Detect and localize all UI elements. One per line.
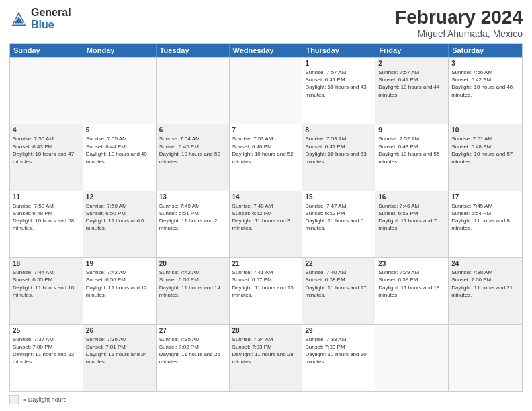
cell-info: Sunrise: 7:53 AMSunset: 6:46 PMDaylight:… (232, 135, 300, 165)
calendar-cell: 22Sunrise: 7:40 AMSunset: 6:58 PMDayligh… (302, 258, 375, 324)
calendar-cell: 4Sunrise: 7:56 AMSunset: 6:43 PMDaylight… (10, 124, 83, 190)
legend: = Daylight hours (9, 395, 523, 404)
cal-header-cell: Saturday (449, 44, 522, 57)
cell-info: Sunrise: 7:37 AMSunset: 7:00 PMDaylight:… (13, 336, 80, 366)
cell-info: Sunrise: 7:35 AMSunset: 7:02 PMDaylight:… (159, 336, 226, 366)
calendar-cell: 5Sunrise: 7:55 AMSunset: 6:44 PMDaylight… (83, 124, 157, 190)
cell-info: Sunrise: 7:44 AMSunset: 6:55 PMDaylight:… (13, 269, 80, 299)
calendar-row: 25Sunrise: 7:37 AMSunset: 7:00 PMDayligh… (10, 324, 522, 391)
cell-info: Sunrise: 7:45 AMSunset: 6:54 PMDaylight:… (451, 202, 519, 232)
header: General Blue February 2024 Miguel Ahumad… (9, 7, 523, 39)
calendar-cell: 13Sunrise: 7:49 AMSunset: 6:51 PMDayligh… (157, 191, 230, 257)
day-number: 23 (378, 260, 445, 267)
cell-info: Sunrise: 7:57 AMSunset: 6:41 PMDaylight:… (305, 68, 372, 99)
calendar-cell: 23Sunrise: 7:39 AMSunset: 6:59 PMDayligh… (375, 258, 449, 324)
day-number: 28 (232, 327, 300, 334)
cell-info: Sunrise: 7:41 AMSunset: 6:57 PMDaylight:… (232, 269, 300, 299)
calendar-cell: 6Sunrise: 7:54 AMSunset: 6:45 PMDaylight… (157, 124, 230, 190)
logo-general: General (31, 7, 71, 19)
day-number: 25 (13, 327, 80, 334)
subtitle: Miguel Ahumada, Mexico (395, 28, 523, 39)
calendar-cell: 3Sunrise: 7:56 AMSunset: 6:42 PMDaylight… (449, 58, 522, 124)
calendar-cell (449, 325, 522, 391)
logo-icon (9, 9, 28, 28)
calendar-cell: 28Sunrise: 7:34 AMSunset: 7:03 PMDayligh… (230, 325, 303, 391)
cell-info: Sunrise: 7:56 AMSunset: 6:42 PMDaylight:… (451, 68, 519, 99)
logo-text: General Blue (31, 7, 71, 30)
cell-info: Sunrise: 7:42 AMSunset: 6:56 PMDaylight:… (159, 269, 226, 299)
day-number: 21 (232, 260, 300, 267)
calendar-cell (83, 58, 157, 124)
calendar-cell: 20Sunrise: 7:42 AMSunset: 6:56 PMDayligh… (157, 258, 230, 324)
cell-info: Sunrise: 7:47 AMSunset: 6:52 PMDaylight:… (305, 202, 372, 232)
day-number: 18 (13, 260, 80, 267)
cell-info: Sunrise: 7:51 AMSunset: 6:48 PMDaylight:… (451, 135, 519, 165)
day-number: 29 (305, 327, 372, 334)
calendar-cell: 1Sunrise: 7:57 AMSunset: 6:41 PMDaylight… (302, 58, 375, 124)
calendar-cell: 2Sunrise: 7:57 AMSunset: 6:41 PMDaylight… (375, 58, 449, 124)
day-number: 5 (86, 126, 153, 134)
cell-info: Sunrise: 7:34 AMSunset: 7:03 PMDaylight:… (232, 336, 300, 366)
calendar-header: SundayMondayTuesdayWednesdayThursdayFrid… (10, 44, 522, 57)
cell-info: Sunrise: 7:40 AMSunset: 6:58 PMDaylight:… (305, 269, 372, 299)
calendar-cell: 15Sunrise: 7:47 AMSunset: 6:52 PMDayligh… (302, 191, 375, 257)
day-number: 13 (159, 193, 226, 201)
legend-label: = Daylight hours (23, 396, 66, 403)
cal-header-cell: Friday (375, 44, 449, 57)
day-number: 11 (13, 193, 80, 201)
cell-info: Sunrise: 7:54 AMSunset: 6:45 PMDaylight:… (159, 135, 226, 165)
calendar-cell: 17Sunrise: 7:45 AMSunset: 6:54 PMDayligh… (449, 191, 522, 257)
calendar-cell (230, 58, 303, 124)
calendar-row: 18Sunrise: 7:44 AMSunset: 6:55 PMDayligh… (10, 257, 522, 324)
cell-info: Sunrise: 7:53 AMSunset: 6:47 PMDaylight:… (305, 135, 372, 165)
calendar-cell: 27Sunrise: 7:35 AMSunset: 7:02 PMDayligh… (157, 325, 230, 391)
day-number: 12 (86, 193, 153, 201)
cell-info: Sunrise: 7:57 AMSunset: 6:41 PMDaylight:… (378, 68, 445, 99)
cell-info: Sunrise: 7:39 AMSunset: 6:59 PMDaylight:… (378, 269, 445, 299)
day-number: 10 (451, 126, 519, 134)
cell-info: Sunrise: 7:33 AMSunset: 7:03 PMDaylight:… (305, 336, 372, 366)
cell-info: Sunrise: 7:49 AMSunset: 6:51 PMDaylight:… (159, 202, 226, 232)
cell-info: Sunrise: 7:56 AMSunset: 6:43 PMDaylight:… (13, 135, 80, 165)
calendar: SundayMondayTuesdayWednesdayThursdayFrid… (9, 43, 523, 392)
title-block: February 2024 Miguel Ahumada, Mexico (395, 7, 523, 39)
page: General Blue February 2024 Miguel Ahumad… (0, 0, 532, 411)
day-number: 6 (159, 126, 226, 134)
calendar-cell: 7Sunrise: 7:53 AMSunset: 6:46 PMDaylight… (230, 124, 303, 190)
calendar-cell: 19Sunrise: 7:43 AMSunset: 6:56 PMDayligh… (83, 258, 157, 324)
calendar-cell: 25Sunrise: 7:37 AMSunset: 7:00 PMDayligh… (10, 325, 83, 391)
legend-box (9, 395, 19, 404)
calendar-row: 4Sunrise: 7:56 AMSunset: 6:43 PMDaylight… (10, 124, 522, 190)
calendar-cell: 10Sunrise: 7:51 AMSunset: 6:48 PMDayligh… (449, 124, 522, 190)
day-number: 15 (305, 193, 372, 201)
calendar-cell (10, 58, 83, 124)
cell-info: Sunrise: 7:38 AMSunset: 7:00 PMDaylight:… (451, 269, 519, 299)
day-number: 3 (451, 60, 519, 67)
cell-info: Sunrise: 7:48 AMSunset: 6:52 PMDaylight:… (232, 202, 300, 232)
calendar-cell: 12Sunrise: 7:50 AMSunset: 6:50 PMDayligh… (83, 191, 157, 257)
calendar-cell: 29Sunrise: 7:33 AMSunset: 7:03 PMDayligh… (302, 325, 375, 391)
day-number: 26 (86, 327, 153, 334)
calendar-cell: 26Sunrise: 7:36 AMSunset: 7:01 PMDayligh… (83, 325, 157, 391)
cal-header-cell: Tuesday (157, 44, 230, 57)
day-number: 1 (305, 60, 372, 67)
day-number: 27 (159, 327, 226, 334)
calendar-cell: 14Sunrise: 7:48 AMSunset: 6:52 PMDayligh… (230, 191, 303, 257)
cell-info: Sunrise: 7:50 AMSunset: 6:49 PMDaylight:… (13, 202, 80, 232)
cell-info: Sunrise: 7:43 AMSunset: 6:56 PMDaylight:… (86, 269, 153, 299)
day-number: 24 (451, 260, 519, 267)
cal-header-cell: Thursday (302, 44, 375, 57)
cal-header-cell: Sunday (10, 44, 83, 57)
cell-info: Sunrise: 7:50 AMSunset: 6:50 PMDaylight:… (86, 202, 153, 232)
logo: General Blue (9, 7, 71, 30)
calendar-cell (157, 58, 230, 124)
day-number: 22 (305, 260, 372, 267)
day-number: 2 (378, 60, 445, 67)
cell-info: Sunrise: 7:52 AMSunset: 6:48 PMDaylight:… (378, 135, 445, 165)
calendar-cell: 18Sunrise: 7:44 AMSunset: 6:55 PMDayligh… (10, 258, 83, 324)
day-number: 8 (305, 126, 372, 134)
cell-info: Sunrise: 7:55 AMSunset: 6:44 PMDaylight:… (86, 135, 153, 165)
day-number: 20 (159, 260, 226, 267)
calendar-cell: 21Sunrise: 7:41 AMSunset: 6:57 PMDayligh… (230, 258, 303, 324)
calendar-row: 11Sunrise: 7:50 AMSunset: 6:49 PMDayligh… (10, 191, 522, 257)
